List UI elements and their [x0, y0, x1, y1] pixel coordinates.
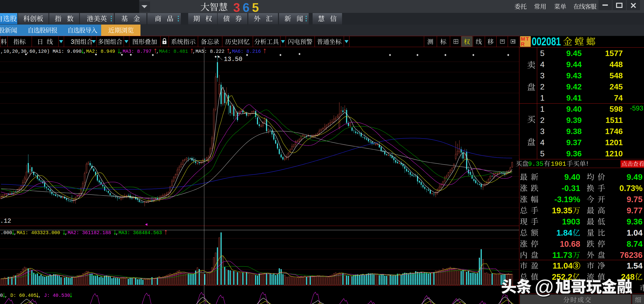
svg-text:1746: 1746 [605, 127, 623, 136]
svg-text:9.37: 9.37 [566, 138, 582, 147]
svg-text:1210: 1210 [605, 149, 623, 158]
svg-text:,: , [120, 49, 123, 54]
svg-text:R: R [521, 41, 524, 47]
svg-text:1: 1 [540, 93, 544, 102]
svg-text:1903: 1903 [562, 217, 580, 226]
svg-text:9.41: 9.41 [566, 93, 582, 102]
svg-text:,: , [14, 230, 17, 236]
svg-text:MA3: 368484.563: MA3: 368484.563 [118, 230, 162, 236]
svg-text:!: ! [586, 160, 588, 167]
svg-text:11.04: 11.04 [552, 261, 572, 270]
svg-text:T: T [526, 36, 529, 42]
svg-text:MA2: 8.949: MA2: 8.949 [86, 49, 115, 54]
svg-text:8.74: 8.74 [627, 239, 643, 248]
svg-text:J: 40.530: J: 40.530 [44, 293, 70, 298]
svg-text:598: 598 [610, 105, 623, 113]
svg-text:548: 548 [610, 71, 623, 80]
svg-text:245: 245 [610, 82, 623, 91]
svg-text:5: 5 [252, 1, 259, 15]
svg-text:9.36: 9.36 [627, 217, 642, 226]
svg-text:9.43: 9.43 [566, 71, 582, 80]
svg-text:10.68: 10.68 [560, 239, 580, 248]
svg-text:9.45: 9.45 [566, 49, 582, 58]
svg-text:9.36: 9.36 [566, 149, 582, 158]
svg-text:9.77: 9.77 [627, 206, 642, 215]
svg-text:0: 0 [0, 293, 3, 298]
svg-text:,: , [193, 49, 196, 54]
svg-text:1.84: 1.84 [556, 228, 572, 237]
svg-text:2: 2 [540, 82, 544, 91]
svg-text:9.40: 9.40 [564, 173, 580, 182]
svg-text:9.75: 9.75 [627, 195, 642, 204]
svg-text:448: 448 [610, 60, 623, 69]
svg-text:MA4: 8.481: MA4: 8.481 [159, 49, 188, 54]
svg-text:,: , [5, 293, 8, 298]
svg-text:4: 4 [540, 60, 544, 69]
svg-text:,: , [229, 49, 232, 54]
svg-text:.000: .000 [0, 230, 12, 236]
svg-text:D: 60.405: D: 60.405 [10, 293, 36, 298]
svg-text:13.50: 13.50 [224, 56, 242, 63]
svg-text:,: , [83, 49, 86, 54]
svg-text:1201: 1201 [605, 138, 623, 147]
svg-text:1901: 1901 [551, 160, 566, 168]
svg-text:2: 2 [540, 116, 544, 125]
svg-text:9.40: 9.40 [566, 105, 582, 113]
svg-text:MA1: 403323.000: MA1: 403323.000 [17, 230, 60, 236]
svg-text:9.44: 9.44 [566, 60, 582, 69]
svg-text:3: 3 [71, 38, 74, 45]
svg-text:,: , [65, 230, 68, 236]
svg-text:9.38: 9.38 [566, 127, 582, 136]
svg-text:-0.31: -0.31 [562, 184, 580, 193]
svg-text:-593: -593 [630, 105, 643, 112]
svg-text:,10,20,30,60,120) MA1: 9.090: ,10,20,30,60,120) MA1: 9.090 [0, 49, 82, 54]
svg-text:76236: 76236 [620, 250, 642, 260]
svg-text:3: 3 [233, 1, 240, 15]
svg-text:MA6: 8.216: MA6: 8.216 [232, 49, 261, 54]
svg-text:9.42: 9.42 [566, 82, 582, 91]
svg-text:11.73: 11.73 [552, 250, 572, 260]
svg-text:74: 74 [614, 93, 623, 102]
svg-text:1577: 1577 [605, 49, 623, 58]
svg-text:19.35: 19.35 [552, 206, 572, 215]
svg-text:9.35: 9.35 [528, 160, 543, 168]
svg-text:,: , [156, 49, 159, 54]
svg-text:6: 6 [242, 1, 250, 15]
svg-text:.12: .12 [0, 218, 11, 225]
svg-text:9.49: 9.49 [627, 173, 642, 182]
svg-text:,: , [116, 230, 119, 236]
svg-text:3: 3 [575, 262, 578, 269]
svg-text:0.73%: 0.73% [619, 184, 642, 193]
svg-text:3: 3 [540, 71, 544, 80]
svg-text:1.04: 1.04 [627, 228, 643, 237]
svg-text:1.54: 1.54 [627, 261, 643, 270]
svg-text:4: 4 [540, 138, 544, 147]
svg-text:M: M [521, 36, 525, 42]
svg-text:MA3: 8.797: MA3: 8.797 [123, 49, 152, 54]
svg-text:9.39: 9.39 [566, 116, 582, 125]
svg-text:3: 3 [540, 127, 544, 136]
svg-text:@: @ [534, 276, 554, 298]
svg-text:1: 1 [540, 105, 544, 113]
svg-text:002081: 002081 [532, 35, 561, 48]
svg-text:5: 5 [540, 49, 544, 58]
svg-text:MA5: 8.222: MA5: 8.222 [196, 49, 224, 54]
svg-text:5: 5 [540, 149, 544, 158]
svg-text:1511: 1511 [606, 116, 623, 125]
svg-text:-3.19%: -3.19% [554, 195, 580, 204]
svg-text:,: , [38, 293, 41, 298]
svg-text:MA2: 361182.188: MA2: 361182.188 [68, 230, 111, 236]
